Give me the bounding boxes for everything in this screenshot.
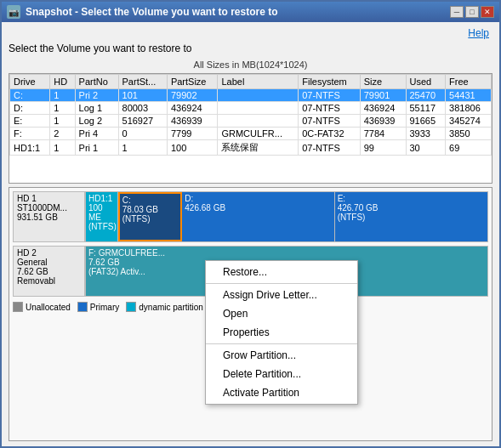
partition-e[interactable]: E: 426.70 GB (NTFS): [335, 192, 487, 241]
window-icon: 📷: [7, 5, 20, 19]
menu-activate-partition[interactable]: Activate Partition: [206, 383, 357, 402]
help-area: Help: [9, 27, 492, 39]
col-partsize: PartSize: [167, 75, 218, 89]
partition-hd1-1[interactable]: HD1:1 100 ME (NTFS): [86, 192, 118, 241]
col-free: Free: [446, 75, 492, 89]
hd1-partitions: HD1:1 100 ME (NTFS) C: 78.03 GB (NTFS) D…: [85, 191, 488, 242]
table-row[interactable]: E:1Log 251692743693907-NTFS4369399166534…: [10, 115, 492, 128]
legend-primary-box: [77, 302, 88, 312]
title-bar-left: 📷 Snapshot - Select the Volume you want …: [7, 5, 277, 19]
col-filesystem: Filesystem: [299, 75, 360, 89]
hd2-line4: Removabl: [17, 276, 81, 286]
col-label: Label: [218, 75, 299, 89]
legend-unallocated: Unallocated: [13, 302, 71, 312]
partition-table: Drive HD PartNo PartSt... PartSize Label…: [9, 74, 492, 156]
legend-dynamic-label: dynamic partition: [139, 303, 203, 312]
col-hd: HD: [50, 75, 75, 89]
menu-open[interactable]: Open: [206, 304, 357, 323]
legend-unallocated-label: Unallocated: [26, 303, 71, 312]
legend-primary-label: Primary: [90, 303, 119, 312]
table-row[interactable]: C:1Pri 21017990207-NTFS799012547054431: [10, 89, 492, 102]
menu-properties[interactable]: Properties: [206, 323, 357, 342]
table-body: C:1Pri 21017990207-NTFS799012547054431D:…: [10, 89, 492, 156]
maximize-button[interactable]: □: [465, 6, 479, 18]
hd2-line3: 7.62 GB: [17, 267, 81, 276]
col-partno: PartNo: [75, 75, 118, 89]
table-row[interactable]: F:2Pri 407799GRMCULFR...0C-FAT3277843933…: [10, 128, 492, 140]
partition-d[interactable]: D: 426.68 GB: [182, 192, 334, 241]
disk-row-hd1: HD 1 ST1000DM... 931.51 GB HD1:1 100 ME …: [13, 191, 488, 242]
col-used: Used: [406, 75, 446, 89]
col-size: Size: [360, 75, 406, 89]
partition-table-container: Drive HD PartNo PartSt... PartSize Label…: [9, 73, 492, 184]
instruction-text: Select the Volume you want to restore to: [9, 43, 492, 54]
hd1-line2: ST1000DM...: [17, 203, 81, 213]
menu-delete-partition[interactable]: Delete Partition...: [206, 365, 357, 383]
menu-grow-partition[interactable]: Grow Partition...: [206, 346, 357, 365]
legend-unallocated-box: [13, 302, 23, 312]
help-link[interactable]: Help: [468, 27, 489, 39]
menu-restore[interactable]: Restore...: [206, 263, 357, 281]
window-title: Snapshot - Select the Volume you want to…: [26, 6, 277, 18]
title-bar: 📷 Snapshot - Select the Volume you want …: [2, 2, 499, 22]
menu-sep-1: [206, 283, 357, 284]
menu-sep-2: [206, 343, 357, 344]
disk-visual-area: HD 1 ST1000DM... 931.51 GB HD1:1 100 ME …: [9, 187, 492, 441]
main-window: 📷 Snapshot - Select the Volume you want …: [0, 0, 501, 448]
hd1-line1: HD 1: [17, 194, 81, 203]
disk-label-hd1: HD 1 ST1000DM... 931.51 GB: [13, 191, 85, 242]
hd2-line1: HD 2: [17, 248, 81, 258]
legend-primary: Primary: [77, 302, 119, 312]
col-drive: Drive: [10, 75, 50, 89]
partition-c[interactable]: C: 78.03 GB (NTFS): [118, 192, 183, 241]
table-row[interactable]: HD1:11Pri 11100系统保留07-NTFS993069: [10, 140, 492, 156]
table-header: Drive HD PartNo PartSt... PartSize Label…: [10, 75, 492, 89]
content-area: Help Select the Volume you want to resto…: [2, 22, 499, 446]
title-controls: ─ □ ✕: [450, 6, 494, 18]
table-row[interactable]: D:1Log 18000343692407-NTFS43692455117381…: [10, 102, 492, 115]
minimize-button[interactable]: ─: [450, 6, 464, 18]
legend-dynamic: dynamic partition: [126, 302, 203, 312]
close-button[interactable]: ✕: [481, 6, 494, 18]
legend-dynamic-box: [126, 302, 136, 312]
hd1-line3: 931.51 GB: [17, 213, 81, 222]
context-menu: Restore... Assign Drive Letter... Open P…: [205, 260, 358, 405]
hd2-line2: General: [17, 258, 81, 267]
subtitle-text: All Sizes in MB(1024*1024): [9, 60, 492, 70]
menu-assign-drive-letter[interactable]: Assign Drive Letter...: [206, 286, 357, 304]
disk-label-hd2: HD 2 General 7.62 GB Removabl: [13, 246, 85, 297]
col-partst: PartSt...: [118, 75, 167, 89]
